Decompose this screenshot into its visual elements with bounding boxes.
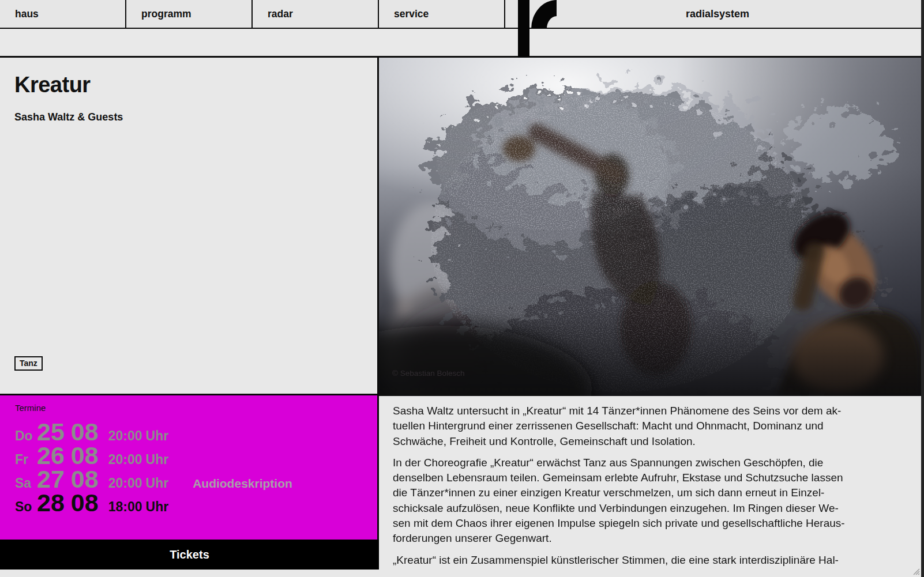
date-row[interactable]: Sa 27 08 20:00 Uhr Audiodeskription [15, 465, 377, 489]
date-time: 20:00 [108, 452, 142, 467]
radialsystem-logo-icon[interactable] [518, 0, 558, 58]
header-sub-bar [0, 29, 921, 58]
description-paragraph: Sasha Waltz untersucht in „Kreatur“ mit … [393, 403, 898, 449]
event-header-panel: Kreatur Sasha Waltz & Guests Tanz [0, 58, 379, 394]
nav-item-programm[interactable]: programm [126, 0, 253, 28]
dates-list: Do 25 08 20:00 Uhr Fr 26 08 20:00 Uhr Sa… [15, 418, 377, 512]
nav-right-area: radialsystem en [505, 0, 921, 28]
date-time: 18:00 [108, 499, 142, 515]
date-time-suffix: Uhr [146, 428, 169, 444]
audio-description-badge: Audiodeskription [193, 477, 292, 491]
nav-item-label: haus [15, 8, 39, 20]
date-row[interactable]: So 28 08 18:00 Uhr [15, 489, 377, 512]
nav-item-haus[interactable]: haus [0, 0, 126, 28]
date-time-suffix: Uhr [146, 499, 169, 515]
date-day-number: 28 [37, 489, 65, 517]
main-navigation: haus programm radar service radialsystem… [0, 0, 921, 29]
date-day-label: Fr [15, 452, 37, 467]
nav-item-label: programm [141, 8, 191, 20]
description-paragraph: „Kreatur“ ist ein Zusammenspiel künstler… [393, 553, 898, 568]
date-row[interactable]: Fr 26 08 20:00 Uhr [15, 442, 377, 465]
resize-grip-icon [911, 567, 920, 575]
brand-wordmark[interactable]: radialsystem [686, 0, 749, 28]
category-tag[interactable]: Tanz [14, 356, 43, 371]
event-company: Sasha Waltz & Guests [0, 97, 377, 123]
date-day-label: Sa [15, 476, 37, 491]
date-time: 20:00 [108, 428, 142, 444]
date-row[interactable]: Do 25 08 20:00 Uhr [15, 418, 377, 442]
photo-credit: © Sebastian Bolesch [392, 369, 465, 378]
date-month-number: 08 [71, 489, 99, 517]
nav-item-label: radar [268, 8, 293, 20]
date-time-suffix: Uhr [146, 476, 169, 491]
date-day-label: Do [15, 428, 37, 444]
stage-photo: © Sebastian Bolesch [379, 58, 921, 396]
event-description: Sasha Waltz untersucht in „Kreatur“ mit … [379, 396, 921, 577]
description-paragraph: In der Choreografie „Kreatur“ erwächst T… [393, 455, 898, 546]
tickets-button[interactable]: Tickets [0, 540, 379, 570]
date-day-label: So [15, 499, 37, 515]
page-title: Kreatur [0, 58, 377, 97]
date-time: 20:00 [108, 476, 142, 491]
nav-item-label: service [394, 8, 429, 20]
nav-item-service[interactable]: service [379, 0, 505, 28]
dates-panel: Termine Do 25 08 20:00 Uhr Fr 26 08 20:0… [0, 394, 379, 540]
dates-heading: Termine [15, 403, 377, 413]
nav-item-radar[interactable]: radar [253, 0, 379, 28]
date-time-suffix: Uhr [146, 452, 169, 467]
page-scrollbar[interactable] [921, 0, 924, 577]
